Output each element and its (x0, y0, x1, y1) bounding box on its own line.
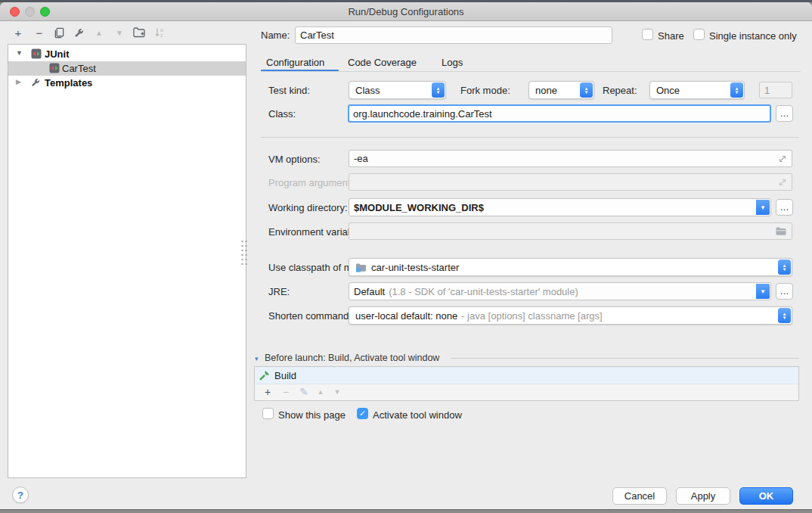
class-browse-button[interactable]: … (776, 105, 793, 122)
wrench-icon (30, 77, 41, 88)
stepper-icon: ▴▾ (778, 308, 791, 323)
jre-browse-button[interactable]: … (776, 283, 793, 300)
tree-item-templates[interactable]: ▶ Templates (8, 76, 246, 90)
sort-configurations-button[interactable]: az (152, 26, 167, 39)
copy-icon (54, 27, 65, 39)
repeat-count-input[interactable]: 1 (759, 82, 792, 98)
zoom-window-button[interactable] (40, 7, 50, 17)
tree-item-junit[interactable]: ▼ JUnit (8, 47, 246, 61)
cancel-button[interactable]: Cancel (612, 487, 667, 505)
tab-code-coverage[interactable]: Code Coverage (348, 57, 417, 68)
test-kind-select[interactable]: Class ▴▾ (349, 81, 446, 99)
show-this-page-checkbox[interactable] (262, 408, 274, 419)
repeat-select[interactable]: Once ▴▾ (649, 81, 745, 99)
ellipsis-icon: … (780, 108, 789, 119)
window-title: Run/Debug Configurations (0, 2, 812, 21)
expand-field-button[interactable] (778, 154, 787, 163)
jre-input[interactable]: Default (1.8 - SDK of 'car-unit-tests-st… (349, 282, 771, 300)
stepper-icon: ▴▾ (580, 82, 593, 98)
class-input[interactable]: org.launchcode.training.CarTest (348, 104, 771, 123)
task-label: Build (274, 370, 296, 381)
activate-tool-window-checkbox[interactable]: ✓ (357, 408, 368, 419)
chevron-down-icon[interactable]: ▼ (16, 49, 23, 57)
edit-templates-button[interactable] (71, 26, 86, 39)
help-button[interactable]: ? (12, 487, 29, 503)
name-label: Name: (261, 30, 290, 41)
add-icon: + (15, 26, 22, 39)
minimize-window-button[interactable] (25, 7, 35, 17)
move-down-button[interactable]: ▼ (112, 26, 127, 39)
stepper-icon: ▴▾ (432, 82, 445, 98)
copy-configuration-button[interactable] (51, 26, 67, 39)
use-classpath-select[interactable]: car-unit-tests-starter ▴▾ (349, 258, 792, 276)
environment-variables-input[interactable] (349, 222, 792, 240)
class-value: org.launchcode.training.CarTest (353, 108, 492, 120)
shorten-command-line-select[interactable]: user-local default: none - java [options… (349, 306, 792, 325)
configurations-tree: ▼ JUnit CarTest ▶ Templates (8, 44, 246, 478)
jre-label: JRE: (268, 286, 290, 297)
share-label: Share (658, 30, 684, 42)
working-directory-value: $MODULE_WORKING_DIR$ (354, 202, 484, 213)
add-task-button[interactable]: + (261, 386, 274, 398)
move-task-up-button[interactable]: ▲ (314, 386, 327, 398)
name-input[interactable]: CarTest (295, 26, 612, 44)
program-arguments-input[interactable] (349, 173, 792, 191)
move-task-down-button[interactable]: ▼ (330, 386, 344, 398)
desktop-strip-bottom (0, 509, 812, 513)
environment-variables-browse-button[interactable] (775, 226, 787, 236)
single-instance-checkbox[interactable] (693, 29, 705, 40)
panel-splitter-handle[interactable] (240, 239, 248, 265)
expand-field-button[interactable] (778, 178, 787, 187)
vm-options-input[interactable]: -ea (349, 150, 792, 167)
folder-icon (775, 226, 787, 236)
create-folder-button[interactable] (132, 26, 147, 39)
add-icon: + (265, 386, 271, 398)
move-up-icon: ▲ (318, 388, 324, 396)
stepper-icon: ▴▾ (730, 82, 743, 98)
tab-configuration[interactable]: Configuration (266, 57, 324, 68)
shorten-command-line-hint: - java [options] classname [args] (461, 310, 602, 322)
titlebar: Run/Debug Configurations (0, 2, 812, 21)
help-icon: ? (17, 490, 23, 501)
working-directory-label: Working directory: (268, 202, 348, 213)
before-launch-header[interactable]: Before launch: Build, Activate tool wind… (265, 353, 439, 363)
expand-diagonal-icon (778, 154, 787, 163)
fork-mode-value: none (535, 85, 557, 96)
chevron-down-icon[interactable]: ▾ (756, 200, 770, 215)
junit-icon (31, 48, 42, 59)
collapse-triangle-icon[interactable]: ▾ (255, 355, 259, 362)
tree-item-label: CarTest (62, 63, 96, 74)
check-icon: ✓ (359, 409, 366, 418)
working-directory-input[interactable]: $MODULE_WORKING_DIR$ ▾ (349, 198, 771, 216)
remove-configuration-button[interactable]: − (32, 26, 47, 39)
move-up-button[interactable]: ▲ (91, 26, 107, 39)
close-window-button[interactable] (10, 7, 20, 17)
pencil-icon: ✎ (299, 386, 308, 398)
dialog-content: + − ▲ ▼ az ▼ JUnit (0, 21, 812, 509)
add-configuration-button[interactable]: + (11, 26, 26, 39)
apply-button[interactable]: Apply (676, 487, 730, 505)
remove-task-button[interactable]: − (279, 386, 293, 398)
jre-value: Default (354, 286, 385, 297)
test-kind-value: Class (355, 85, 380, 96)
tree-item-cartest[interactable]: CarTest (8, 61, 246, 76)
svg-text:z: z (160, 33, 163, 38)
tabs-divider (261, 71, 801, 72)
hammer-icon (259, 370, 270, 381)
fork-mode-select[interactable]: none ▴▾ (528, 81, 594, 99)
test-kind-label: Test kind: (268, 85, 310, 96)
ok-button[interactable]: OK (739, 487, 793, 505)
edit-task-button[interactable]: ✎ (297, 386, 311, 398)
tab-logs[interactable]: Logs (442, 57, 463, 68)
name-value: CarTest (300, 30, 334, 41)
chevron-down-icon[interactable]: ▾ (756, 284, 770, 299)
chevron-right-icon[interactable]: ▶ (16, 78, 21, 86)
task-row-build[interactable]: Build (255, 367, 798, 384)
repeat-count-value: 1 (764, 85, 770, 96)
run-debug-configurations-dialog: Run/Debug Configurations + − ▲ ▼ az (0, 2, 812, 509)
class-label: Class: (268, 108, 296, 120)
task-toolbar: + − ✎ ▲ ▼ (255, 384, 798, 400)
repeat-value: Once (656, 85, 680, 96)
share-checkbox[interactable] (642, 29, 653, 40)
working-directory-browse-button[interactable]: … (776, 199, 793, 216)
